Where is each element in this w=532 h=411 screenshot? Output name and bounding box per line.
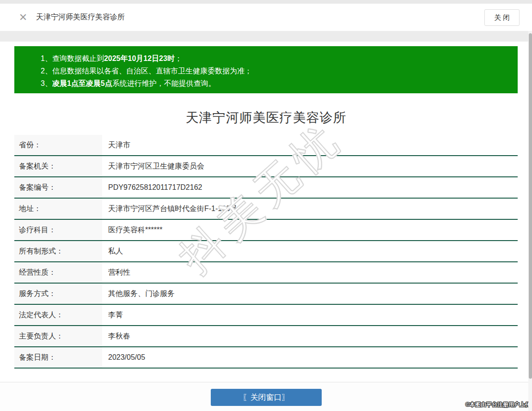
notice-line-3-text: 3、 <box>41 79 52 87</box>
table-row: 备案编号： PDY97625812011717D2162 <box>14 177 518 199</box>
row-value: PDY97625812011717D2162 <box>102 183 518 192</box>
row-value: 私人 <box>102 247 518 256</box>
header-bar: ✕ 天津宁河师美医疗美容诊所 关 闭 <box>0 4 532 31</box>
notice-line-1-text: 1、查询数据截止到 <box>41 54 104 62</box>
notice-line-1-end: ； <box>175 54 182 62</box>
notice-line-3: 3、凌晨1点至凌晨5点系统进行维护，不能提供查询。 <box>41 77 508 90</box>
close-x-icon[interactable]: ✕ <box>18 12 29 23</box>
table-row: 地址： 天津市宁河区芦台镇时代金街F-1-109号 <box>14 199 518 220</box>
row-label: 省份： <box>14 135 102 155</box>
table-row: 主要负责人： 李秋春 <box>14 326 518 347</box>
page-title: 天津宁河师美医疗美容诊所 <box>0 109 532 127</box>
header-close-button[interactable]: 关 闭 <box>484 9 520 26</box>
row-label: 诊疗科目： <box>14 220 102 240</box>
row-value: 天津市宁河区芦台镇时代金街F-1-109号 <box>102 204 518 214</box>
row-label: 主要负责人： <box>14 326 102 346</box>
row-label: 备案机关： <box>14 156 102 176</box>
close-window-button[interactable]: 〖关闭窗口〗 <box>211 389 322 406</box>
notice-line-2: 2、信息数据结果以各省、自治区、直辖市卫生健康委数据为准； <box>41 65 508 77</box>
row-label: 地址： <box>14 199 102 219</box>
table-row: 服务方式： 其他服务、门诊服务 <box>14 284 518 305</box>
row-value: 营利性 <box>102 268 518 278</box>
copyright-stamp: ©本图由平台注册用户上传 <box>465 401 531 409</box>
notice-line-3-bold: 凌晨1点至凌晨5点 <box>52 79 112 87</box>
scrollbar-track[interactable] <box>528 31 532 411</box>
row-label: 法定代表人： <box>14 305 102 325</box>
row-value: 医疗美容科****** <box>102 225 518 235</box>
row-value: 天津市宁河区卫生健康委员会 <box>102 162 518 171</box>
notice-box: 1、查询数据截止到2025年10月12日23时； 2、信息数据结果以各省、自治区… <box>14 46 518 93</box>
table-row: 省份： 天津市 <box>14 135 518 156</box>
table-row: 诊疗科目： 医疗美容科****** <box>14 220 518 241</box>
row-label: 备案日期： <box>14 347 102 368</box>
row-value: 其他服务、门诊服务 <box>102 289 518 299</box>
table-row: 所有制形式： 私人 <box>14 241 518 262</box>
row-label: 经营性质： <box>14 262 102 283</box>
footer-bar: 〖关闭窗口〗 <box>0 382 532 411</box>
header-content-gap <box>0 31 532 42</box>
detail-table: 省份： 天津市 备案机关： 天津市宁河区卫生健康委员会 备案编号： PDY976… <box>14 135 518 369</box>
row-label: 备案编号： <box>14 177 102 198</box>
row-label: 所有制形式： <box>14 241 102 261</box>
header-title: 天津宁河师美医疗美容诊所 <box>36 12 125 22</box>
row-value: 2023/05/05 <box>102 353 518 362</box>
top-strip <box>0 0 532 4</box>
scrollbar-thumb[interactable] <box>529 33 532 379</box>
table-row: 经营性质： 营利性 <box>14 262 518 284</box>
table-row: 备案日期： 2023/05/05 <box>14 347 518 369</box>
row-value: 李菁 <box>102 310 518 320</box>
notice-line-1-bold: 2025年10月12日23时 <box>104 54 175 62</box>
notice-line-1: 1、查询数据截止到2025年10月12日23时； <box>41 52 508 65</box>
row-label: 服务方式： <box>14 284 102 304</box>
table-row: 备案机关： 天津市宁河区卫生健康委员会 <box>14 156 518 177</box>
query-result-page: ✕ 天津宁河师美医疗美容诊所 关 闭 1、查询数据截止到2025年10月12日2… <box>0 0 532 411</box>
table-row: 法定代表人： 李菁 <box>14 305 518 326</box>
notice-line-3-end: 系统进行维护，不能提供查询。 <box>112 79 216 87</box>
row-value: 李秋春 <box>102 332 518 341</box>
notice-line-2-text: 2、信息数据结果以各省、自治区、直辖市卫生健康委数据为准； <box>41 67 252 75</box>
row-value: 天津市 <box>102 140 518 150</box>
